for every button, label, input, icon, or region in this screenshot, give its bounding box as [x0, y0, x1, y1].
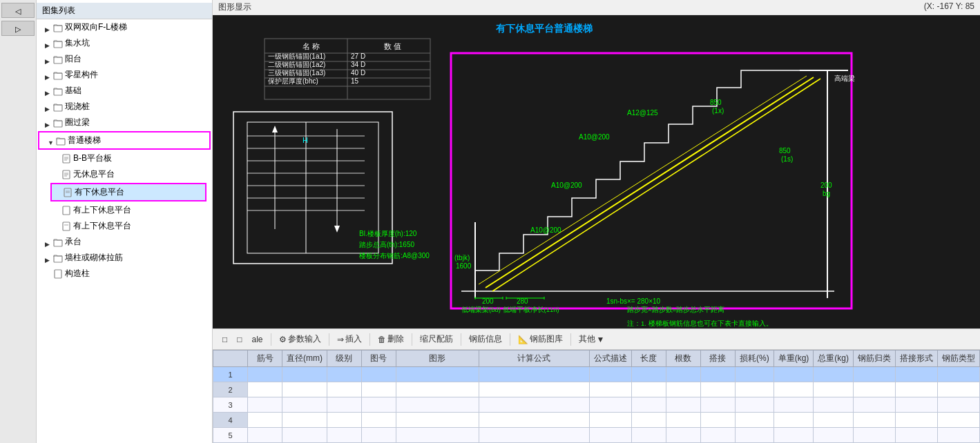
cell-level-1[interactable]: [327, 367, 361, 382]
params-input-button[interactable]: ⚙ 参数输入: [275, 332, 325, 346]
cell-overlap-form-1[interactable]: [896, 367, 938, 382]
sidebar-label-construct-col: 构造柱: [65, 268, 90, 279]
sidebar-item-wall-column-rebar[interactable]: 墙柱或砌体拉筋: [37, 250, 212, 266]
sidebar-item-with-upper-lower[interactable]: 有上下休息平台: [37, 202, 212, 218]
svg-text:数 值: 数 值: [384, 42, 401, 50]
sidebar-item-with-upper-rest[interactable]: 有上下休息平台: [37, 218, 212, 234]
svg-text:低端梁架(bd) 低端平板净长(11n): 低端梁架(bd) 低端平板净长(11n): [461, 306, 559, 313]
folder-icon: [53, 118, 63, 128]
left-btn-2[interactable]: ▷: [1, 21, 35, 36]
sidebar-item-water-pit[interactable]: 集水坑: [37, 35, 212, 51]
other-button[interactable]: 其他 ▼: [575, 332, 609, 346]
col-header-count: 根数: [666, 351, 700, 367]
sidebar-label-wall-column-rebar: 墙柱或砌体拉筋: [65, 252, 123, 264]
svg-rect-19: [63, 206, 70, 215]
sidebar-item-ring-beam[interactable]: 圈过梁: [37, 115, 212, 130]
data-table: 筋号 直径(mm) 级别 图号 图形 计算公式 公式描述 长度 根数 搭接 损耗…: [213, 350, 980, 443]
sidebar-item-double-net[interactable]: 双网双向F-L楼梯: [37, 19, 212, 35]
svg-rect-7: [57, 139, 65, 145]
toolbar-btn-small-1[interactable]: □: [218, 333, 231, 346]
sidebar-item-construct-col[interactable]: 构造柱: [37, 266, 212, 282]
sidebar-item-with-lower-rest[interactable]: 有下休息平台: [52, 184, 205, 200]
sidebar-item-platform-slab[interactable]: 承台: [37, 234, 212, 250]
cell-overlap-1[interactable]: [700, 367, 735, 382]
svg-text:(1s): (1s): [781, 155, 793, 163]
svg-text:楼板分布钢筋:A8@300: 楼板分布钢筋:A8@300: [359, 252, 430, 259]
file-icon: [63, 188, 73, 197]
triangle-icon: [45, 56, 52, 63]
triangle-icon: [45, 239, 52, 246]
empty-icon: [53, 223, 60, 230]
cell-jin-hao-1[interactable]: [248, 367, 282, 382]
svg-text:34 D: 34 D: [351, 61, 365, 68]
svg-text:三级钢筋锚固(1a3): 三级钢筋锚固(1a3): [268, 69, 325, 77]
file-icon: [61, 222, 71, 231]
delete-button[interactable]: 🗑 删除: [374, 332, 408, 346]
svg-text:踏步总高(th):1650: 踏步总高(th):1650: [359, 241, 414, 248]
sidebar-item-bb-platform[interactable]: B-B平台板: [37, 150, 212, 166]
svg-rect-6: [54, 121, 62, 127]
cell-loss-1[interactable]: [735, 367, 774, 382]
sidebar-label-foundation: 基础: [65, 85, 81, 97]
sidebar-item-normal-stair[interactable]: 普通楼梯: [39, 132, 209, 148]
drawing-panel-title: 图形显示: [218, 1, 251, 13]
folder-icon: [53, 70, 63, 80]
svg-rect-20: [63, 222, 70, 230]
cell-rebar-type-1[interactable]: [938, 367, 980, 382]
sidebar-item-zero-star[interactable]: 零星构件: [37, 67, 212, 83]
cell-formula-desc-1[interactable]: [589, 367, 631, 382]
cell-unit-weight-1[interactable]: [774, 367, 814, 382]
svg-marker-50: [272, 126, 278, 132]
sidebar-item-bored-pile[interactable]: 现浇桩: [37, 99, 212, 115]
sidebar-item-no-platform[interactable]: 无休息平台: [37, 166, 212, 182]
triangle-icon: [45, 88, 52, 95]
svg-rect-1: [54, 41, 62, 48]
sidebar-item-balcony[interactable]: 阳台: [37, 51, 212, 67]
sidebar-label-balcony: 阳台: [65, 53, 81, 65]
svg-rect-24: [55, 270, 61, 278]
row-num-4: 4: [213, 413, 248, 428]
sidebar-label-bb-platform: B-B平台板: [73, 152, 112, 164]
svg-text:15: 15: [351, 77, 359, 85]
svg-text:名 称: 名 称: [302, 42, 320, 50]
cell-count-1[interactable]: [666, 367, 700, 382]
col-header-jin-hao: 筋号: [248, 351, 282, 367]
left-btn-1[interactable]: ◁: [1, 3, 35, 18]
svg-text:H: H: [302, 136, 308, 144]
table-row: 2: [213, 382, 980, 397]
cell-formula-1[interactable]: [479, 367, 589, 382]
sidebar: 图集列表 双网双向F-L楼梯 集水坑 阳台 零星构件: [37, 0, 213, 443]
cell-diameter-1[interactable]: [282, 367, 327, 382]
svg-rect-2: [54, 57, 62, 63]
cell-fig-num-1[interactable]: [361, 367, 396, 382]
triangle-icon: [48, 137, 55, 144]
svg-text:二级钢筋锚固(1a2): 二级钢筋锚固(1a2): [268, 61, 325, 68]
empty-icon: [53, 207, 60, 214]
content-header: 图形显示 (X: -167 Y: 85: [213, 0, 980, 15]
svg-text:(tbjk): (tbjk): [454, 254, 470, 262]
cell-length-1[interactable]: [631, 367, 666, 382]
cell-jin-hao-2[interactable]: [248, 382, 282, 397]
col-header-formula: 计算公式: [479, 351, 589, 367]
rebar-library-button[interactable]: 📐 钢筋图库: [514, 332, 567, 346]
sidebar-item-foundation[interactable]: 基础: [37, 83, 212, 99]
cell-total-weight-1[interactable]: [814, 367, 854, 382]
dimension-button[interactable]: 缩尺配筋: [416, 332, 457, 346]
svg-text:A10@200: A10@200: [551, 181, 582, 189]
sidebar-label-with-upper-rest: 有上下休息平台: [73, 220, 131, 232]
col-header-overlap: 搭接: [700, 351, 735, 367]
col-header-level: 级别: [327, 351, 361, 367]
svg-text:高端梁: 高端梁: [834, 75, 855, 82]
toolbar-btn-small-2[interactable]: □: [233, 333, 246, 346]
rebar-info-button[interactable]: 钢筋信息: [465, 332, 506, 346]
toolbar-sep-7: [570, 333, 571, 346]
toolbar-btn-ale[interactable]: ale: [248, 333, 267, 346]
empty-icon: [53, 171, 60, 178]
insert-button[interactable]: ⇒ 插入: [333, 332, 366, 346]
cell-rebar-class-1[interactable]: [854, 367, 896, 382]
svg-rect-22: [54, 240, 62, 246]
svg-text:A12@125: A12@125: [627, 109, 658, 117]
cell-shape-1[interactable]: [396, 367, 479, 382]
content-area: 图形显示 (X: -167 Y: 85 有下休息平台普通楼梯 名 称 数 值 一…: [213, 0, 980, 443]
table-row: 3: [213, 397, 980, 413]
